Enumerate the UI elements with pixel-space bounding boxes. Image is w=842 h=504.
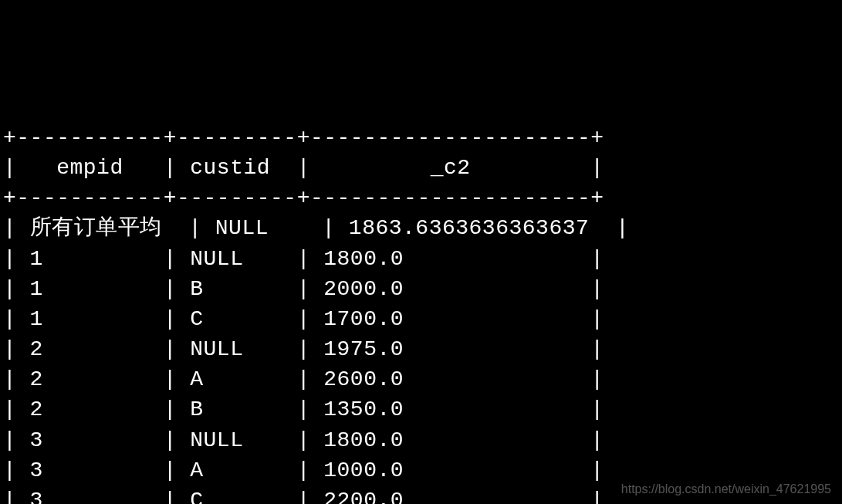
table-border-mid: +-----------+---------+-----------------… bbox=[3, 186, 604, 210]
table-row: | 1 | NULL | 1800.0 | bbox=[3, 247, 604, 271]
table-row: | 2 | B | 1350.0 | bbox=[3, 397, 604, 421]
table-row: | 3 | C | 2200.0 | bbox=[3, 489, 604, 504]
table-row: | 所有订单平均 | NULL | 1863.6363636363637 | bbox=[3, 216, 629, 240]
table-row: | 2 | A | 2600.0 | bbox=[3, 367, 604, 391]
table-row: | 1 | C | 1700.0 | bbox=[3, 307, 604, 331]
table-header-row: | empid | custid | _c2 | bbox=[3, 156, 604, 180]
table-row: | 3 | NULL | 1800.0 | bbox=[3, 428, 604, 452]
terminal-output: +-----------+---------+-----------------… bbox=[3, 123, 839, 504]
watermark-text: https://blog.csdn.net/weixin_47621995 bbox=[621, 481, 831, 498]
table-border-top: +-----------+---------+-----------------… bbox=[3, 126, 604, 150]
table-row: | 1 | B | 2000.0 | bbox=[3, 277, 604, 301]
table-row: | 3 | A | 1000.0 | bbox=[3, 458, 604, 482]
table-row: | 2 | NULL | 1975.0 | bbox=[3, 337, 604, 361]
